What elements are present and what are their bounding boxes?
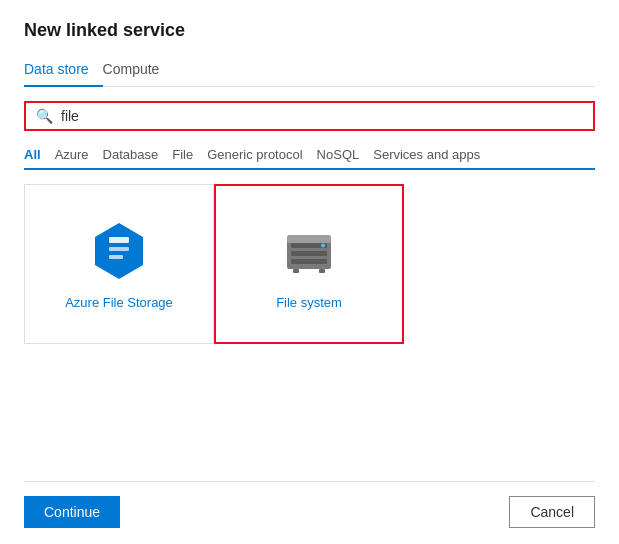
azure-file-storage-icon	[87, 219, 151, 283]
filter-tabs: All Azure Database File Generic protocol…	[24, 143, 595, 170]
dialog-title: New linked service	[24, 20, 595, 41]
filter-tab-file[interactable]: File	[172, 143, 207, 170]
file-system-icon	[277, 219, 341, 283]
svg-rect-7	[291, 251, 327, 256]
tab-data-store[interactable]: Data store	[24, 55, 103, 87]
cancel-button[interactable]: Cancel	[509, 496, 595, 528]
svg-rect-11	[319, 269, 325, 273]
filter-tab-azure[interactable]: Azure	[55, 143, 103, 170]
top-tabs: Data store Compute	[24, 55, 595, 87]
svg-rect-3	[109, 255, 123, 259]
svg-rect-8	[291, 259, 327, 264]
filter-tab-database[interactable]: Database	[103, 143, 173, 170]
svg-rect-10	[293, 269, 299, 273]
svg-rect-5	[287, 235, 331, 243]
svg-point-9	[321, 243, 325, 247]
card-azure-file-storage-label: Azure File Storage	[65, 295, 173, 310]
card-file-system[interactable]: File system	[214, 184, 404, 344]
card-azure-file-storage[interactable]: Azure File Storage	[24, 184, 214, 344]
search-icon: 🔍	[36, 108, 53, 124]
filter-tab-all[interactable]: All	[24, 143, 55, 170]
svg-rect-1	[109, 237, 129, 243]
cards-grid: Azure File Storage File system	[24, 184, 595, 481]
footer: Continue Cancel	[24, 481, 595, 528]
card-file-system-label: File system	[276, 295, 342, 310]
search-box: 🔍	[24, 101, 595, 131]
filter-tab-nosql[interactable]: NoSQL	[317, 143, 374, 170]
search-input[interactable]	[61, 108, 583, 124]
filter-tab-generic-protocol[interactable]: Generic protocol	[207, 143, 316, 170]
filter-tab-services-and-apps[interactable]: Services and apps	[373, 143, 494, 170]
continue-button[interactable]: Continue	[24, 496, 120, 528]
svg-rect-2	[109, 247, 129, 251]
new-linked-service-dialog: New linked service Data store Compute 🔍 …	[0, 0, 619, 544]
tab-compute[interactable]: Compute	[103, 55, 174, 87]
